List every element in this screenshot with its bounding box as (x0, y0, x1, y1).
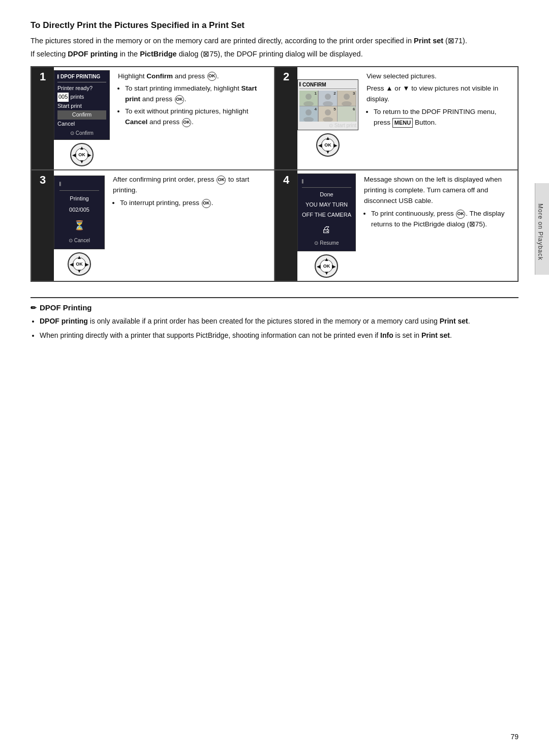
arrow-right-1: ▶ (87, 152, 92, 158)
step-1-ok-circle: ▲ ▼ ◀ ▶ OK (70, 143, 94, 166)
step-2-bullets: To return to the DPOF PRINTING menu, pre… (367, 107, 512, 128)
step-4-bullets: To print continuously, press OK. The dis… (364, 209, 512, 230)
note-section: ✏ DPOF Printing DPOF printing is only av… (30, 297, 518, 341)
ok-icon-inline-3: OK (182, 118, 191, 127)
step-1-confirm-label: ⊙ Confirm (57, 129, 106, 137)
step-3-screen: 𝄃 Printing 002/005 ⏳ ⊙ Cancel (54, 176, 105, 249)
confirm-photo-grid: 1 2 3 4 (299, 91, 356, 122)
note-title: ✏ DPOF Printing (30, 303, 518, 312)
step-4-screen: 𝄃 Done YOU MAY TURN OFF THE CAMERA 🖨 ⊙ R… (297, 173, 356, 251)
svg-point-10 (306, 109, 312, 115)
step-4-number: 4 (275, 170, 297, 281)
arrow-up-2: ▲ (325, 135, 330, 141)
step-2-screen-title: 𝄃 CONFIRM (299, 81, 356, 89)
step-4-resume-label: ⊙ Resume (302, 239, 351, 248)
arrow-down-1: ▼ (79, 159, 84, 164)
step-2-start-label: ⊙ Start print (299, 123, 356, 128)
photo-5: 5 (319, 106, 337, 122)
step-2-number: 2 (275, 67, 297, 170)
step-2-text: View selected pictures. Press ▲ or ▼ to … (361, 67, 517, 170)
antenna-icon-3: 𝄃 (59, 179, 60, 189)
photo-num-6: 6 (353, 107, 355, 111)
photo-num-1: 1 (315, 91, 317, 96)
step-2-screen: 𝄃 CONFIRM 1 2 (297, 79, 358, 130)
photo-num-2: 2 (333, 91, 336, 96)
step-3-bullet-1: To interrupt printing, press OK. (120, 198, 269, 209)
step-1-ok-wrap: ▲ ▼ ◀ ▶ OK (70, 143, 94, 166)
step-4-main-text: Message shown on the left is displayed w… (364, 175, 512, 207)
note-bullet-1: DPOF printing is only available if a pri… (40, 316, 518, 327)
step-1-line-1: Printer ready? (57, 84, 106, 93)
step-4-ok-wrap: ▲ ▼ ◀ ▶ OK (315, 254, 338, 278)
arrow-right-3: ▶ (85, 261, 89, 267)
step-1-number: 1 (32, 67, 54, 170)
step-4-line2: OFF THE CAMERA (302, 210, 351, 220)
step-3-progress: 002/005 (59, 204, 99, 215)
photo-4: 4 (299, 106, 318, 122)
arrow-up-4: ▲ (324, 256, 329, 262)
step-1-diagram: 𝄃 DPOF PRINTING Printer ready? 005 print… (54, 70, 110, 167)
step-1-text: Highlight Confirm and press OK. To start… (113, 67, 274, 170)
arrow-right-4: ▶ (332, 264, 336, 269)
step-4-done: Done (302, 190, 351, 200)
step-4-cell: 4 𝄃 Done YOU MAY TURN OFF THE CAMERA 🖨 ⊙… (274, 170, 518, 281)
step-2-bullet-1: To return to the DPOF PRINTING menu, pre… (374, 107, 512, 128)
step-3-diagram: 𝄃 Printing 002/005 ⏳ ⊙ Cancel ▲ ▼ ◀ ▶ OK (54, 173, 105, 278)
step-4-diagram: 𝄃 Done YOU MAY TURN OFF THE CAMERA 🖨 ⊙ R… (297, 173, 356, 278)
step-1-left: 𝄃 DPOF PRINTING Printer ready? 005 print… (54, 67, 113, 170)
step-2-main-text: View selected pictures. (367, 71, 512, 82)
step-3-main-text: After confirming print order, press OK t… (113, 175, 269, 196)
photo-2: 2 (319, 91, 337, 106)
step-1-screen-title: 𝄃 DPOF PRINTING (57, 73, 106, 82)
step-2-left: 𝄃 CONFIRM 1 2 (297, 67, 361, 170)
arrow-left-3: ◀ (70, 261, 74, 267)
step-1-bullet-2: To exit without printing pictures, highl… (125, 106, 269, 128)
antenna-icon-2: 𝄃 (299, 81, 300, 88)
arrow-left-4: ◀ (317, 264, 321, 269)
step-1-line-5: Cancel (57, 120, 106, 129)
note-bullet-2: When printing directly with a printer th… (40, 330, 518, 341)
step-3-ok-wrap: ▲ ▼ ◀ ▶ OK (68, 252, 91, 276)
arrow-left-2: ◀ (318, 142, 322, 148)
svg-point-1 (306, 94, 312, 100)
step-3-text: After confirming print order, press OK t… (108, 170, 274, 281)
arrow-down-2: ▼ (325, 149, 330, 155)
steps-grid: 1 𝄃 DPOF PRINTING Printer ready? 005 pri… (30, 66, 518, 282)
step-4-antenna: 𝄃 (302, 177, 351, 188)
svg-point-7 (344, 94, 350, 100)
step-2-diagram: 𝄃 CONFIRM 1 2 (297, 70, 358, 167)
arrow-up-3: ▲ (77, 254, 82, 260)
step-3-cell: 3 𝄃 Printing 002/005 ⏳ ⊙ Cancel ▲ ▼ ◀ (31, 170, 274, 281)
step-3-ok-circle: ▲ ▼ ◀ ▶ OK (68, 252, 91, 276)
printer-icon: 🖨 (302, 221, 351, 238)
step-1-line-4: Confirm (57, 110, 106, 120)
ok-icon-inline-1: OK (207, 72, 217, 81)
photo-num-5: 5 (333, 107, 336, 111)
page-title: To Directly Print the Pictures Specified… (30, 20, 518, 31)
photo-6: 6 (338, 106, 356, 122)
ok-icon-inline-5: OK (202, 199, 211, 208)
step-2-sub-text: Press ▲ or ▼ to view pictures not visibl… (367, 83, 512, 105)
page-number: 79 (510, 733, 518, 741)
svg-point-4 (325, 94, 331, 100)
step-1-bullet-1: To start printing immediately, highlight… (125, 83, 269, 105)
step-1-screen: 𝄃 DPOF PRINTING Printer ready? 005 print… (54, 70, 110, 140)
step-2-cell: 2 𝄃 CONFIRM 1 2 (274, 67, 518, 170)
arrow-down-4: ▼ (324, 270, 329, 276)
ok-icon-inline-2: OK (175, 95, 184, 104)
hourglass-icon: ⏳ (59, 216, 99, 235)
step-1-bullets: To start printing immediately, highlight… (118, 83, 269, 128)
step-3-left: 𝄃 Printing 002/005 ⏳ ⊙ Cancel ▲ ▼ ◀ ▶ OK (54, 170, 108, 281)
side-label: More on Playback (537, 203, 544, 260)
arrow-right-2: ▶ (333, 142, 338, 148)
menu-button-label: MENU (392, 118, 413, 128)
step-4-bullet-1: To print continuously, press OK. The dis… (371, 209, 512, 230)
arrow-left-1: ◀ (72, 152, 76, 158)
step-2-ok-circle: ▲ ▼ ◀ ▶ OK (316, 133, 340, 157)
step-3-printing: Printing (59, 193, 99, 204)
note-bullets: DPOF printing is only available if a pri… (30, 316, 518, 341)
step-3-antenna: 𝄃 (59, 179, 99, 191)
antenna-icon-1: 𝄃 (57, 73, 58, 81)
step-4-text: Message shown on the left is displayed w… (359, 170, 517, 281)
intro-paragraph-2: If selecting DPOF printing in the PictBr… (30, 49, 518, 60)
